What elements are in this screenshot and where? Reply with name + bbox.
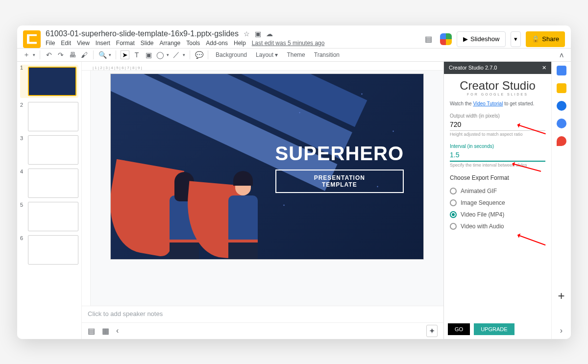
shape-icon[interactable]: ◯ [156, 50, 165, 59]
brand-name: Creator Studio [460, 79, 536, 93]
line-icon[interactable]: ／ [172, 50, 181, 59]
layout-button[interactable]: Layout ▾ [253, 50, 281, 59]
calendar-icon[interactable] [557, 66, 566, 75]
rail-collapse-icon[interactable]: › [560, 326, 563, 335]
opt-gif[interactable]: Animated GIF [450, 185, 545, 197]
thumb-2[interactable]: 2 [20, 102, 78, 131]
slide-title-block: SUPERHERO PRESENTATION TEMPLATE [275, 143, 404, 193]
title-column: 61003-01-superhero-slide-template-16x9-1… [46, 29, 416, 47]
filmstrip-icon[interactable]: ▤ [88, 326, 95, 336]
go-button[interactable]: GO [448, 323, 470, 335]
comment-icon[interactable]: 💬 [195, 50, 203, 59]
undo-icon[interactable]: ↶ [45, 50, 53, 59]
opt-audio[interactable]: Video with Audio [450, 220, 545, 232]
sidebar-body: Creator Studio FOR GOOGLE SLIDES Watch t… [444, 74, 551, 319]
brand: Creator Studio FOR GOOGLE SLIDES [450, 79, 545, 96]
star-icon[interactable]: ☆ [244, 30, 250, 38]
comments-icon[interactable]: ▤ [421, 32, 435, 46]
interval-input[interactable] [450, 149, 545, 162]
new-slide-icon[interactable]: ＋ [22, 50, 31, 59]
close-icon[interactable]: ✕ [542, 65, 546, 71]
menu-slide[interactable]: Slide [141, 40, 154, 47]
thumb-5[interactable]: 5 [20, 202, 78, 231]
speaker-notes[interactable]: Click to add speaker notes [82, 306, 443, 322]
ruler-left [82, 71, 91, 306]
video-tutorial-link[interactable]: Video Tutorial [473, 101, 503, 106]
toolbar: ＋▾ ↶ ↷ 🖶 🖌 🔍▾ ➤ T ▣ ◯▾ ／▾ 💬 Background L… [17, 48, 571, 62]
canvas-wrap: | 1 | 2 | 3 | 4 | 5 | 6 | 7 | 8 | 9 | ✦✦… [82, 62, 443, 339]
slide-subtitle-1: PRESENTATION [288, 174, 391, 181]
move-icon[interactable]: ▣ [255, 30, 261, 38]
menu-file[interactable]: File [46, 40, 55, 47]
select-icon[interactable]: ➤ [121, 50, 129, 59]
slide-subtitle: PRESENTATION TEMPLATE [275, 170, 404, 193]
sidebar-panel: Creator Studio 2.7.0 ✕ Creator Studio FO… [443, 62, 551, 339]
opt-seq[interactable]: Image Sequence [450, 197, 545, 209]
menu-edit[interactable]: Edit [61, 40, 71, 47]
doc-title[interactable]: 61003-01-superhero-slide-template-16x9-1… [46, 29, 239, 38]
explore-icon[interactable]: ✦ [426, 325, 438, 337]
slides-logo-icon [23, 30, 41, 48]
keep-icon[interactable] [557, 83, 566, 93]
content-area: 1 2 3 4 5 6 | 1 | 2 | 3 | 4 | 5 | 6 | 7 … [17, 62, 571, 339]
thumb-4[interactable]: 4 [20, 169, 78, 198]
textbox-icon[interactable]: T [132, 50, 141, 59]
share-button[interactable]: 🔒 Share [526, 31, 565, 47]
thumb-1[interactable]: 1 [20, 65, 78, 98]
watch-text: Watch the Video Tutorial to get started. [450, 101, 545, 106]
menu-tools[interactable]: Tools [186, 40, 200, 47]
meet-icon[interactable] [440, 33, 452, 45]
menu-insert[interactable]: Insert [96, 40, 110, 47]
width-help: Height adjusted to match aspect ratio [450, 132, 545, 137]
layout-label: Layout [256, 51, 273, 58]
background-button[interactable]: Background [213, 50, 250, 59]
sidebar-footer: GO UPGRADE [444, 319, 551, 339]
tasks-icon[interactable] [557, 101, 566, 111]
menu-view[interactable]: View [77, 40, 90, 47]
thumb-6[interactable]: 6 [20, 235, 78, 265]
opt-mp4[interactable]: Video File (MP4) [450, 209, 545, 220]
collapse-icon[interactable]: ʌ [557, 50, 566, 59]
contacts-icon[interactable] [557, 119, 566, 128]
cloud-icon[interactable]: ☁ [266, 30, 273, 38]
slideshow-caret-button[interactable]: ▾ [511, 31, 521, 47]
radio-icon [450, 223, 457, 230]
bottom-bar: ▤ ▦ ‹ ✦ [82, 322, 443, 339]
print-icon[interactable]: 🖶 [68, 50, 77, 59]
collapse-left-icon[interactable]: ‹ [116, 326, 119, 335]
canvas[interactable]: ✦✦✦✦✦✦ SUPERHERO [91, 71, 443, 306]
thumb-num: 6 [20, 235, 23, 241]
sidebar-title: Creator Studio 2.7.0 [449, 65, 497, 71]
upgrade-button[interactable]: UPGRADE [474, 323, 514, 335]
titlebar: 61003-01-superhero-slide-template-16x9-1… [17, 25, 571, 48]
thumb-3[interactable]: 3 [20, 135, 78, 165]
slide[interactable]: ✦✦✦✦✦✦ SUPERHERO [110, 73, 424, 260]
radio-icon [450, 211, 457, 218]
width-field: Output width (in pixels) Height adjusted… [450, 113, 545, 137]
theme-button[interactable]: Theme [284, 50, 308, 59]
add-icon[interactable]: + [557, 291, 566, 301]
slide-subtitle-2: TEMPLATE [288, 181, 391, 188]
menu-format[interactable]: Format [116, 40, 135, 47]
menu-bar: File Edit View Insert Format Slide Arran… [46, 40, 416, 47]
annotation-arrow-icon [517, 234, 545, 245]
zoom-icon[interactable]: 🔍 [98, 50, 107, 59]
redo-icon[interactable]: ↷ [56, 50, 65, 59]
thumb-num: 4 [20, 169, 23, 174]
thumb-num: 1 [20, 65, 23, 71]
slideshow-button[interactable]: ▶ Slideshow [457, 31, 506, 47]
opt-gif-label: Animated GIF [461, 188, 497, 194]
menu-addons[interactable]: Add-ons [206, 40, 228, 47]
menu-arrange[interactable]: Arrange [160, 40, 181, 47]
radio-icon [450, 199, 457, 206]
grid-icon[interactable]: ▦ [102, 326, 109, 336]
image-icon[interactable]: ▣ [144, 50, 153, 59]
paint-icon[interactable]: 🖌 [80, 50, 89, 59]
titlebar-right: ▤ ▶ Slideshow ▾ 🔒 Share [421, 29, 565, 47]
menu-help[interactable]: Help [234, 40, 246, 47]
last-edit-link[interactable]: Last edit was 5 minutes ago [252, 40, 325, 47]
transition-button[interactable]: Transition [311, 50, 343, 59]
interval-help: Specify the time interval between slides [450, 163, 545, 168]
maps-icon[interactable] [557, 136, 566, 146]
sidebar-header: Creator Studio 2.7.0 ✕ [444, 62, 551, 74]
